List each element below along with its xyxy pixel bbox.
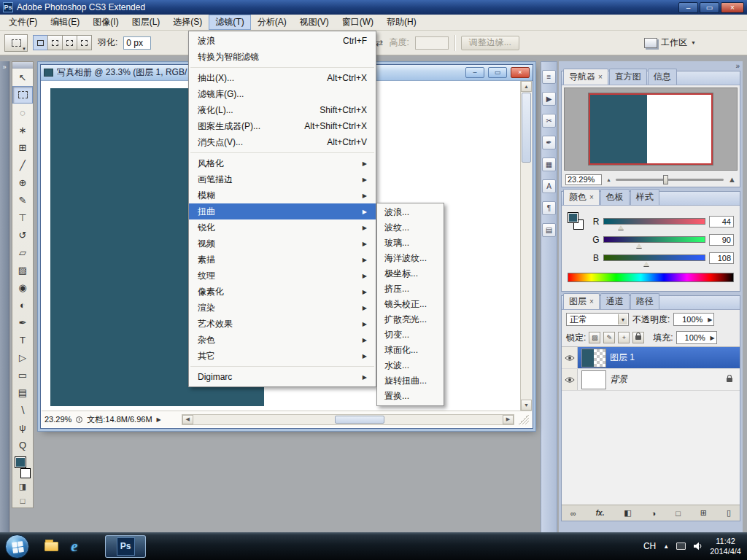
- tab-info[interactable]: 信息: [648, 69, 677, 85]
- screen-mode-button[interactable]: □: [12, 494, 33, 508]
- link-layers-icon[interactable]: ∞: [570, 509, 576, 518]
- menu-select[interactable]: 选择(S): [166, 15, 209, 30]
- close-button[interactable]: ×: [721, 2, 744, 13]
- red-channel-value[interactable]: 44: [709, 216, 734, 228]
- menu-view[interactable]: 视图(V): [293, 15, 336, 30]
- distort-item-glass[interactable]: 玻璃...: [377, 236, 444, 251]
- layer-name[interactable]: 背景: [610, 373, 627, 386]
- filter-menu-item-distort[interactable]: 扭曲▶: [189, 203, 376, 219]
- layer-comps-icon[interactable]: ▤: [542, 223, 556, 237]
- healing-brush-tool-button[interactable]: ⊕: [12, 174, 33, 191]
- tab-channels[interactable]: 通道: [600, 293, 630, 309]
- path-selection-tool-button[interactable]: ▷: [12, 349, 33, 366]
- minimize-button[interactable]: –: [678, 2, 698, 13]
- close-tab-icon[interactable]: ×: [589, 193, 594, 201]
- zoom-tool-button[interactable]: Q: [12, 436, 33, 454]
- layer-row-layer1[interactable]: 图层 1: [562, 347, 740, 369]
- menu-analysis[interactable]: 分析(A): [251, 15, 293, 30]
- move-tool-button[interactable]: ↖: [12, 69, 33, 86]
- filter-menu-item-brush-strokes[interactable]: 画笔描边▶: [189, 171, 376, 187]
- subtract-from-selection-button[interactable]: [62, 35, 77, 50]
- navigator-zoom-slider[interactable]: [616, 179, 724, 181]
- scroll-up-button[interactable]: ▲: [521, 81, 532, 92]
- language-indicator[interactable]: CH: [643, 541, 656, 551]
- layer-style-icon[interactable]: fx.: [596, 509, 605, 517]
- navigator-zoom-field[interactable]: 23.29%: [565, 174, 602, 185]
- horizontal-scroll-thumb[interactable]: [335, 416, 384, 424]
- delete-layer-icon[interactable]: ▯: [727, 508, 731, 518]
- close-tab-icon[interactable]: ×: [598, 73, 603, 81]
- paragraph-panel-icon[interactable]: ¶: [542, 201, 556, 215]
- clock[interactable]: 11:42 2014/4/4: [710, 536, 741, 557]
- fill-field[interactable]: 100% ▶: [676, 331, 717, 344]
- distort-item-ocean-ripple[interactable]: 海洋波纹...: [377, 251, 444, 266]
- horizontal-scrollbar[interactable]: ◀ ▶: [182, 414, 514, 425]
- zoom-level[interactable]: 23.29%: [44, 415, 71, 424]
- color-spectrum-ramp[interactable]: [568, 273, 734, 282]
- filter-menu-item-filter-gallery[interactable]: 滤镜库(G)...: [189, 86, 376, 102]
- collapse-dock-icon[interactable]: »: [735, 62, 740, 70]
- filter-menu-item-texture[interactable]: 纹理▶: [189, 268, 376, 284]
- gradient-tool-button[interactable]: ▨: [12, 261, 33, 279]
- menu-edit[interactable]: 编辑(E): [44, 15, 86, 30]
- navigator-preview[interactable]: [564, 88, 738, 171]
- blend-mode-dropdown[interactable]: 正常 ▼: [566, 313, 629, 326]
- eyedropper-tool-button[interactable]: ∖: [12, 401, 33, 419]
- tab-color[interactable]: 颜色×: [563, 189, 600, 205]
- photoshop-task-button[interactable]: Ps: [105, 535, 146, 558]
- scroll-down-button[interactable]: ▼: [521, 400, 532, 411]
- type-tool-button[interactable]: T: [12, 331, 33, 349]
- history-brush-tool-button[interactable]: ↺: [12, 226, 33, 244]
- filter-menu-item-wave-repeat[interactable]: 波浪Ctrl+F: [189, 33, 376, 49]
- lock-transparent-pixels-button[interactable]: ▨: [589, 332, 600, 343]
- new-layer-icon[interactable]: ⊞: [700, 508, 707, 518]
- feather-input[interactable]: 0 px: [123, 36, 151, 50]
- swatches-icon[interactable]: ▦: [542, 158, 556, 171]
- filter-menu-item-sharpen[interactable]: 锐化▶: [189, 219, 376, 236]
- zoom-in-icon[interactable]: ▲: [728, 175, 736, 184]
- tab-paths[interactable]: 路径: [630, 293, 659, 309]
- workspace-button[interactable]: 工作区 ▼: [644, 36, 696, 49]
- tray-expand-icon[interactable]: ▲: [663, 543, 669, 550]
- tab-navigator[interactable]: 导航器×: [563, 69, 608, 85]
- menu-file[interactable]: 文件(F): [2, 15, 44, 30]
- toolbox-grip[interactable]: [12, 62, 33, 69]
- pen-tool-button[interactable]: ✒: [12, 314, 33, 331]
- filter-menu-item-extract[interactable]: 抽出(X)...Alt+Ctrl+X: [189, 70, 376, 86]
- notes-tool-button[interactable]: ▤: [12, 384, 33, 401]
- filter-menu-item-stylize[interactable]: 风格化▶: [189, 155, 376, 171]
- tab-histogram[interactable]: 直方图: [609, 69, 647, 85]
- distort-item-displace[interactable]: 置换...: [377, 389, 444, 404]
- zoom-out-icon[interactable]: ▲: [606, 177, 611, 182]
- eraser-tool-button[interactable]: ▱: [12, 244, 33, 261]
- visibility-toggle[interactable]: [562, 369, 578, 390]
- slider-handle[interactable]: [618, 222, 624, 230]
- document-close-button[interactable]: ×: [511, 67, 530, 78]
- quick-mask-button[interactable]: ◨: [12, 480, 33, 494]
- navigator-viewbox[interactable]: [589, 93, 713, 165]
- distort-item-diffuse-glow[interactable]: 扩散亮光...: [377, 312, 444, 327]
- blue-channel-value[interactable]: 108: [709, 252, 734, 264]
- adjustment-layer-icon[interactable]: ◑: [651, 509, 657, 518]
- foreground-color-swatch[interactable]: [15, 456, 26, 468]
- tab-layers[interactable]: 图层×: [563, 293, 600, 309]
- layer-name[interactable]: 图层 1: [610, 351, 635, 364]
- distort-item-pinch[interactable]: 挤压...: [377, 281, 444, 297]
- new-selection-button[interactable]: [33, 35, 48, 50]
- zoom-slider-thumb[interactable]: [663, 175, 668, 184]
- filter-menu-item-sketch[interactable]: 素描▶: [189, 252, 376, 268]
- add-to-selection-button[interactable]: [47, 35, 63, 50]
- lock-position-button[interactable]: +: [618, 332, 630, 343]
- internet-explorer-button[interactable]: e: [63, 536, 86, 556]
- filter-menu-item-artistic[interactable]: 艺术效果▶: [189, 316, 376, 332]
- layer-group-icon[interactable]: □: [676, 509, 681, 518]
- scroll-right-button[interactable]: ▶: [503, 415, 514, 424]
- brush-tool-button[interactable]: ✎: [12, 191, 33, 209]
- menu-layer[interactable]: 图层(L): [125, 15, 167, 30]
- distort-item-shear[interactable]: 切变...: [377, 327, 444, 343]
- distort-item-zigzag[interactable]: 水波...: [377, 358, 444, 373]
- distort-item-ripple[interactable]: 波纹...: [377, 220, 444, 236]
- filter-menu-item-liquify[interactable]: 液化(L)...Shift+Ctrl+X: [189, 102, 376, 118]
- filter-menu-item-other[interactable]: 其它▶: [189, 348, 376, 364]
- red-channel-slider[interactable]: [603, 218, 705, 225]
